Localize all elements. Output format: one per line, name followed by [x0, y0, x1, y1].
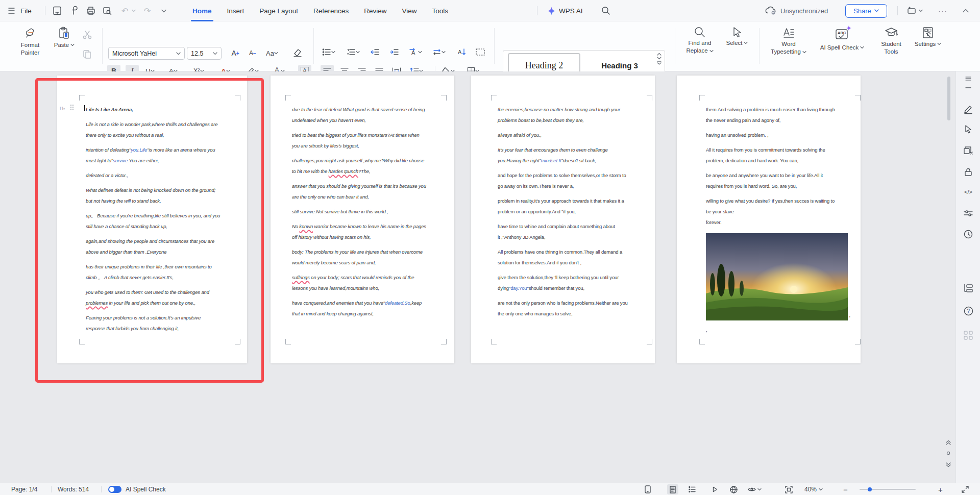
tab-references[interactable]: References	[306, 0, 356, 21]
close-panels-button[interactable]	[956, 146, 980, 155]
search-button[interactable]	[601, 0, 610, 21]
select-browse-object-button[interactable]	[942, 451, 954, 455]
tab-view[interactable]: View	[394, 0, 424, 21]
ai-spell-check-toggle[interactable]	[108, 483, 121, 495]
wrap-direction-button[interactable]	[431, 46, 447, 58]
divider	[537, 6, 537, 15]
sunset-landscape-photo[interactable]	[706, 233, 848, 320]
settings-button[interactable]: Settings	[912, 26, 944, 47]
fit-page-button[interactable]	[783, 483, 794, 495]
gallery-more-icon[interactable]	[657, 61, 662, 65]
zoom-slider[interactable]	[860, 483, 916, 495]
text-frame-button[interactable]	[474, 46, 487, 58]
increase-font-button[interactable]: A+	[229, 47, 242, 59]
redo-button[interactable]: ↷	[144, 0, 151, 21]
undo-dropdown[interactable]	[132, 0, 136, 21]
select-tool-button[interactable]	[956, 125, 980, 134]
print-button[interactable]	[86, 0, 96, 21]
document-page-4[interactable]: them.And solving a problem is much easie…	[677, 76, 861, 363]
sync-status[interactable]: Unsynchronized	[765, 0, 828, 21]
more-options-button[interactable]: ···	[938, 0, 947, 21]
wps-ai-button[interactable]: WPS AI	[547, 0, 583, 21]
history-button[interactable]	[956, 230, 980, 239]
gallery-down-icon[interactable]	[657, 57, 662, 60]
tab-home[interactable]: Home	[185, 0, 219, 21]
quick-access-dropdown[interactable]	[161, 0, 166, 21]
chevron-down-icon	[819, 488, 823, 491]
document-page-3[interactable]: the enemies,because no matter how strong…	[471, 76, 655, 363]
zoom-level[interactable]: 40%	[804, 483, 823, 495]
zoom-in-button[interactable]: +	[938, 483, 943, 495]
main-menu-button[interactable]	[8, 0, 16, 21]
share-button[interactable]: Share	[845, 0, 887, 21]
eraser-icon	[292, 48, 303, 58]
sort-button[interactable]: A	[455, 46, 469, 58]
paragraph-drag-handle[interactable]	[70, 105, 75, 111]
zoom-out-button[interactable]: −	[843, 483, 848, 495]
document-paragraph: Life is not a ride in wonder park,where …	[86, 119, 220, 140]
word-count[interactable]: Words: 514	[58, 483, 89, 495]
chevron-down-icon	[132, 9, 136, 12]
format-painter-button[interactable]: FormatPainter	[13, 26, 47, 56]
bullets-button[interactable]	[321, 46, 337, 58]
apps-grid-button[interactable]	[956, 331, 980, 340]
fullscreen-button[interactable]	[962, 483, 969, 495]
export-pdf-button[interactable]	[69, 0, 80, 21]
mobile-view-button[interactable]	[642, 483, 653, 495]
divider	[101, 486, 102, 492]
select-button[interactable]: Select	[722, 26, 752, 46]
change-case-button[interactable]: Aa	[264, 47, 280, 59]
edit-pen-button[interactable]	[956, 104, 980, 114]
gallery-up-icon[interactable]	[657, 53, 662, 56]
new-tab-button[interactable]	[906, 0, 923, 21]
tab-tools[interactable]: Tools	[424, 0, 456, 21]
student-tools-button[interactable]: StudentTools	[875, 26, 908, 55]
tab-page-layout[interactable]: Page Layout	[252, 0, 306, 21]
decrease-font-button[interactable]: A−	[246, 47, 259, 59]
font-size-select[interactable]: 12.5	[187, 47, 222, 60]
toggle-switch[interactable]	[108, 486, 121, 493]
preferences-button[interactable]	[956, 209, 980, 217]
document-page-1[interactable]: Life Is Like An Arena,Life is not a ride…	[57, 76, 247, 363]
rail-collapse-button[interactable]	[956, 87, 980, 89]
print-preview-button[interactable]	[102, 0, 112, 21]
tab-insert[interactable]: Insert	[219, 0, 252, 21]
clear-format-button[interactable]	[291, 47, 304, 59]
document-canvas[interactable]: Life Is Like An Arena,Life is not a ride…	[0, 71, 955, 483]
help-button[interactable]: ?	[956, 306, 980, 316]
undo-button[interactable]: ↶	[121, 0, 128, 21]
save-button[interactable]	[52, 0, 62, 21]
outline-panel-button[interactable]	[956, 284, 980, 293]
page-indicator[interactable]: Page: 1/4	[11, 483, 37, 495]
rail-scroll-hint-icon	[956, 77, 980, 81]
vertical-scrollbar-thumb[interactable]	[947, 77, 950, 120]
code-view-button[interactable]: </>	[956, 189, 980, 195]
find-replace-button[interactable]: Find and Replace	[683, 26, 717, 54]
ai-spell-check-button[interactable]: ABC AI Spell Check	[813, 28, 872, 51]
decrease-indent-button[interactable]	[369, 46, 382, 58]
preview-eye-button[interactable]	[746, 483, 762, 495]
font-name-select[interactable]: Microsoft YaHei	[108, 47, 185, 60]
numbering-button[interactable]	[345, 46, 361, 58]
lock-button[interactable]	[956, 167, 980, 177]
text-direction-button[interactable]: A	[407, 46, 424, 58]
read-mode-button[interactable]	[709, 483, 721, 495]
outline-view-button[interactable]	[687, 483, 698, 495]
next-page-button[interactable]	[942, 462, 954, 467]
web-layout-button[interactable]	[728, 483, 739, 495]
collapse-ribbon-button[interactable]	[963, 0, 969, 21]
previous-page-button[interactable]	[942, 440, 954, 445]
word-typesetting-button[interactable]: Word Typesetting	[768, 26, 809, 55]
file-menu[interactable]: File	[20, 0, 32, 21]
document-page-2[interactable]: due to the fear of defeat.What good is t…	[271, 76, 454, 363]
text-run: that in mind and keep charging against,	[292, 311, 374, 316]
increase-indent-button[interactable]	[388, 46, 401, 58]
page-view-button[interactable]	[667, 483, 678, 495]
copy-button[interactable]	[81, 48, 94, 60]
cut-button[interactable]	[81, 29, 94, 41]
paste-button[interactable]: Paste	[50, 26, 79, 48]
tab-review[interactable]: Review	[356, 0, 394, 21]
spelling-error-text: problemes	[86, 300, 108, 306]
paste-icon	[57, 26, 71, 40]
zoom-slider-handle[interactable]	[868, 487, 872, 491]
